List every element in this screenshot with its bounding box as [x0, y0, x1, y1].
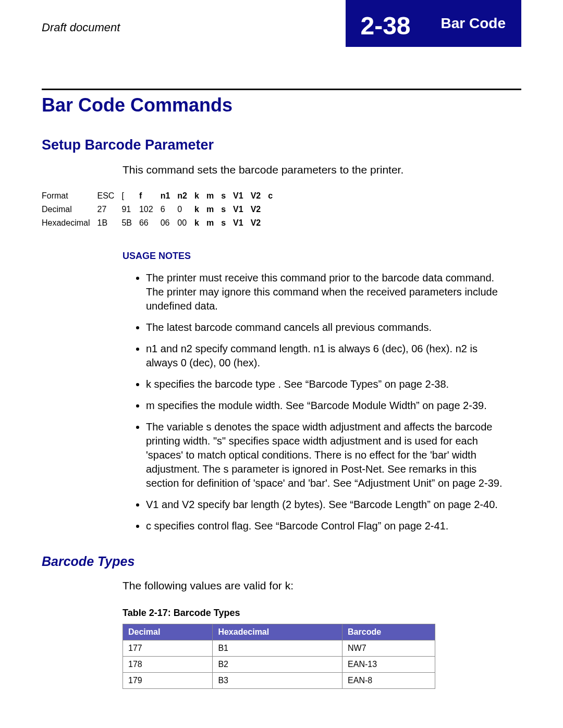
- cell: n2: [177, 189, 194, 203]
- table-row: Hexadecimal1B5B660600kmsV1V2: [42, 216, 280, 230]
- cell: V2: [251, 216, 268, 230]
- cell: Hexadecimal: [42, 216, 97, 230]
- cell: V2: [251, 203, 268, 216]
- cell: [268, 216, 280, 230]
- section-tab: 2-38 Bar Code: [346, 0, 521, 47]
- horizontal-rule: [42, 89, 521, 90]
- cell: NW7: [342, 640, 435, 657]
- cell: 06: [161, 216, 178, 230]
- page-number: 2-38: [346, 0, 425, 47]
- cell: B1: [213, 640, 342, 657]
- cell: V2: [251, 189, 268, 203]
- cell: s: [221, 189, 233, 203]
- heading-1: Bar Code Commands: [42, 94, 521, 116]
- cell: 0: [177, 203, 194, 216]
- list-item: c specifies control flag. See “Barcode C…: [146, 519, 521, 533]
- usage-notes-list: The printer must receive this command pr…: [146, 271, 521, 533]
- table-header-row: Decimal Hexadecimal Barcode: [123, 624, 435, 640]
- cell: 27: [97, 203, 121, 216]
- cell: [: [121, 189, 139, 203]
- cell: 102: [139, 203, 161, 216]
- cell: 5B: [121, 216, 139, 230]
- cell: Decimal: [42, 203, 97, 216]
- cell: V1: [233, 216, 251, 230]
- heading-3: Barcode Types: [42, 554, 521, 569]
- table-row: 179B3EAN-8: [123, 673, 435, 689]
- list-item: n1 and n2 specify command length. n1 is …: [146, 342, 521, 370]
- cell: V1: [233, 203, 251, 216]
- cell: Format: [42, 189, 97, 203]
- cell: B3: [213, 673, 342, 689]
- cell: V1: [233, 189, 251, 203]
- cell: 178: [123, 657, 213, 673]
- cell: m: [206, 203, 221, 216]
- cell: 6: [161, 203, 178, 216]
- cell: EAN-13: [342, 657, 435, 673]
- cell: k: [194, 189, 206, 203]
- cell: m: [206, 189, 221, 203]
- list-item: k specifies the barcode type . See “Barc…: [146, 377, 521, 391]
- page-header: Draft document 2-38 Bar Code: [42, 0, 521, 47]
- cell: f: [139, 189, 161, 203]
- usage-notes-heading: USAGE NOTES: [123, 251, 521, 262]
- cell: c: [268, 189, 280, 203]
- cell: 00: [177, 216, 194, 230]
- cell: 1B: [97, 216, 121, 230]
- cell: B2: [213, 657, 342, 673]
- cell: 66: [139, 216, 161, 230]
- cell: s: [221, 203, 233, 216]
- list-item: m specifies the module width. See “Barco…: [146, 399, 521, 413]
- table-caption: Table 2-17: Barcode Types: [123, 608, 521, 619]
- list-item: The latest barcode command cancels all p…: [146, 320, 521, 335]
- heading-2: Setup Barcode Parameter: [42, 137, 521, 153]
- barcode-types-table: Decimal Hexadecimal Barcode 177B1NW7178B…: [123, 624, 435, 689]
- th-hex: Hexadecimal: [213, 624, 342, 640]
- table-row: FormatESC[fn1n2kmsV1V2c: [42, 189, 280, 203]
- section-name: Bar Code: [425, 0, 521, 47]
- cell: 91: [121, 203, 139, 216]
- cell: EAN-8: [342, 673, 435, 689]
- list-item: The printer must receive this command pr…: [146, 271, 521, 313]
- table-row: Decimal279110260kmsV1V2: [42, 203, 280, 216]
- document-page: Draft document 2-38 Bar Code Bar Code Co…: [0, 0, 563, 728]
- list-item: The variable s denotes the space width a…: [146, 420, 521, 490]
- format-table: FormatESC[fn1n2kmsV1V2cDecimal279110260k…: [42, 189, 280, 230]
- cell: s: [221, 216, 233, 230]
- cell: 177: [123, 640, 213, 657]
- table-row: 177B1NW7: [123, 640, 435, 657]
- cell: ESC: [97, 189, 121, 203]
- list-item: V1 and V2 specify bar length (2 bytes). …: [146, 498, 521, 512]
- th-barcode: Barcode: [342, 624, 435, 640]
- th-decimal: Decimal: [123, 624, 213, 640]
- cell: k: [194, 216, 206, 230]
- cell: [268, 203, 280, 216]
- follow-paragraph: The following values are valid for k:: [123, 579, 521, 592]
- cell: k: [194, 203, 206, 216]
- cell: m: [206, 216, 221, 230]
- cell: n1: [161, 189, 178, 203]
- cell: 179: [123, 673, 213, 689]
- table-row: 178B2EAN-13: [123, 657, 435, 673]
- draft-label: Draft document: [42, 21, 120, 34]
- intro-paragraph: This command sets the barcode parameters…: [123, 164, 521, 176]
